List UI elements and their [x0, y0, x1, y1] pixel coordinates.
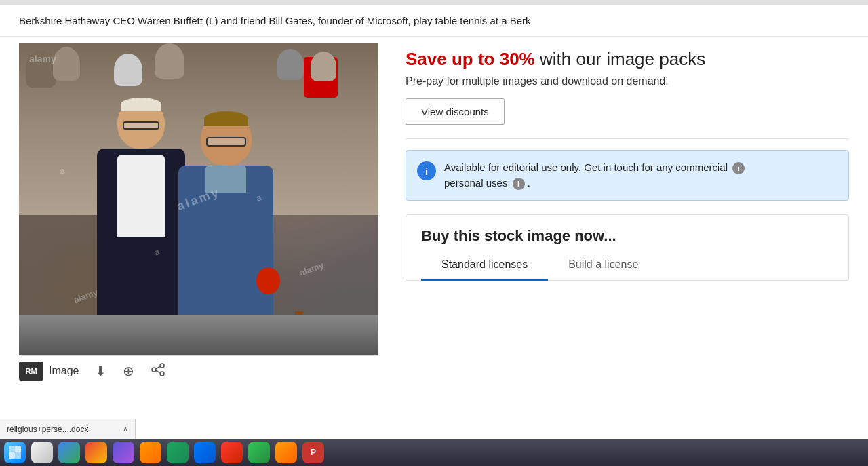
download-icon[interactable]: ⬇ — [95, 363, 106, 379]
svg-point-1 — [152, 368, 156, 372]
table-surface — [19, 315, 378, 355]
rm-badge: RM Image — [19, 362, 79, 381]
svg-line-3 — [156, 366, 160, 368]
taskbar-app-5[interactable] — [165, 440, 190, 465]
launchpad-icon — [31, 442, 53, 463]
buffett-hair — [121, 98, 161, 111]
gates-glasses — [206, 137, 246, 147]
image-panel: alamy alamy alamy a a a alamy alamy RM I… — [19, 43, 378, 386]
crowd-person-3 — [114, 54, 142, 86]
image-container: alamy alamy alamy a a a alamy alamy — [19, 43, 378, 355]
messages-icon — [113, 442, 134, 463]
taskbar-app-1[interactable] — [57, 440, 81, 465]
finder-icon — [4, 442, 26, 463]
discount-heading: Save up to 30% with our image packs — [406, 49, 849, 70]
buy-section: Buy this stock image now... Standard lic… — [406, 214, 849, 281]
maps-icon — [85, 442, 107, 463]
download-filename: religious+perse....docx — [7, 425, 88, 434]
discount-heading-suffix: with our image packs — [535, 49, 705, 69]
info-icon: i — [417, 161, 436, 180]
buffett-shirt — [117, 155, 165, 237]
watermark-top-left: alamy — [29, 54, 56, 64]
rm-icon: RM — [19, 362, 43, 381]
discount-subtext: Pre-pay for multiple images and download… — [406, 75, 849, 88]
app-6-icon — [194, 442, 216, 463]
buy-heading: Buy this stock image now... — [406, 215, 848, 252]
taskbar-app-8[interactable] — [247, 440, 271, 465]
editorial-suffix: . — [528, 177, 530, 189]
gates-collar — [205, 166, 246, 193]
right-panel: Save up to 30% with our image packs Pre-… — [406, 43, 849, 386]
app-9-icon — [275, 442, 297, 463]
svg-rect-5 — [9, 446, 15, 452]
caption-text: Berkshire Hathaway CEO Warren Buffett (L… — [19, 15, 531, 26]
editorial-text-2: personal uses — [444, 177, 507, 189]
info-inline-icon: i — [732, 162, 745, 174]
license-tabs: Standard licenses Build a license — [406, 252, 848, 281]
app-7-icon — [221, 442, 243, 463]
taskbar-app-9[interactable] — [274, 440, 298, 465]
gates-body — [178, 166, 273, 328]
person-gates — [168, 111, 283, 342]
app-5-icon — [167, 442, 189, 463]
gates-hair — [204, 111, 248, 126]
main-content: alamy alamy alamy a a a alamy alamy RM I… — [0, 43, 868, 386]
crowd-person-2 — [53, 47, 80, 81]
svg-point-2 — [160, 372, 164, 376]
svg-rect-6 — [15, 446, 21, 452]
ping-pong-paddle — [256, 267, 280, 294]
image-toolbar: RM Image ⬇ ⊕ — [19, 355, 378, 386]
taskbar-app-10[interactable]: P — [301, 440, 326, 465]
editorial-text: Available for editorial use only. Get in… — [444, 160, 745, 191]
app-4-icon — [140, 442, 161, 463]
crowd-person-4 — [155, 43, 184, 79]
tab-build-license[interactable]: Build a license — [548, 252, 658, 281]
discount-section: Save up to 30% with our image packs Pre-… — [406, 49, 849, 125]
buffett-head — [117, 98, 165, 149]
caption-bar: Berkshire Hathaway CEO Warren Buffett (L… — [0, 5, 868, 37]
download-chevron[interactable]: ∧ — [123, 425, 128, 433]
powerpoint-icon: P — [302, 442, 324, 463]
top-border — [0, 0, 868, 5]
editorial-text-main: Available for editorial use only. Get in… — [444, 161, 728, 173]
taskbar-app-3[interactable] — [111, 440, 136, 465]
crowd-person-6 — [311, 52, 336, 81]
taskbar-app-4[interactable] — [138, 440, 163, 465]
gates-head — [201, 111, 252, 166]
svg-rect-8 — [15, 452, 21, 459]
app-8-icon — [248, 442, 270, 463]
info-inline-icon-2: i — [513, 178, 525, 190]
taskbar: P — [0, 439, 868, 466]
share-icon[interactable] — [151, 362, 165, 381]
chrome-icon — [58, 442, 80, 463]
taskbar-app-2[interactable] — [84, 440, 108, 465]
tab-standard-licenses[interactable]: Standard licenses — [421, 252, 548, 281]
download-bar: religious+perse....docx ∧ — [0, 419, 136, 439]
svg-rect-7 — [9, 452, 15, 459]
buffett-glasses — [123, 121, 159, 130]
view-discounts-button[interactable]: View discounts — [406, 98, 505, 125]
divider-1 — [406, 138, 849, 139]
editorial-notice: i Available for editorial use only. Get … — [406, 150, 849, 201]
taskbar-app-7[interactable] — [220, 440, 244, 465]
discount-highlight: Save up to 30% — [406, 49, 535, 69]
image-label: Image — [49, 365, 79, 377]
svg-line-4 — [156, 370, 160, 372]
taskbar-launchpad[interactable] — [30, 440, 54, 465]
taskbar-app-6[interactable] — [193, 440, 217, 465]
svg-point-0 — [160, 364, 164, 368]
zoom-icon[interactable]: ⊕ — [123, 363, 134, 379]
crowd-person-5 — [277, 49, 304, 80]
taskbar-finder[interactable] — [3, 440, 27, 465]
